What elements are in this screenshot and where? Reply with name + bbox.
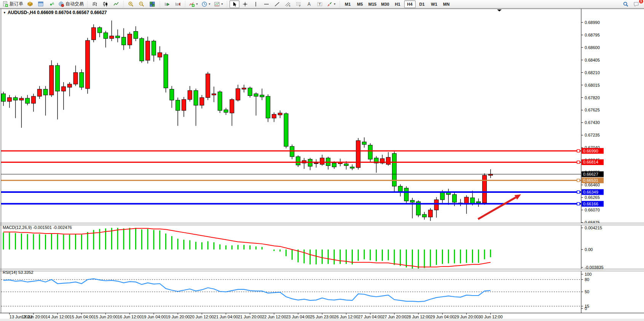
candle-chart-mode-button[interactable] <box>100 0 110 8</box>
rsi-axis-label: 100 <box>585 272 591 277</box>
auto-scroll-button[interactable] <box>162 0 172 8</box>
candle-chart-icon <box>102 1 108 7</box>
candle-body <box>110 36 114 38</box>
resistance-line-1-handle[interactable] <box>577 149 580 152</box>
candle-body <box>32 96 36 103</box>
chat-button[interactable]: 1 <box>631 0 641 8</box>
vertical-line-icon <box>253 1 259 7</box>
candle-body <box>19 98 24 100</box>
auto-scroll-icon <box>164 1 170 7</box>
timeframe-button-m1[interactable]: M1 <box>342 0 354 8</box>
line-chart-mode-button[interactable] <box>111 0 121 8</box>
date-tick-label: 27 Jun 04:00 <box>358 315 383 319</box>
auto-trading-button[interactable]: 自动交易 <box>57 0 85 8</box>
chevron-down-icon[interactable]: ▼ <box>208 3 211 5</box>
price-tick-label: 0.68600 <box>585 45 600 50</box>
candle-body <box>43 89 48 95</box>
chevron-down-icon[interactable]: ▼ <box>221 3 223 5</box>
timeframe-button-h4[interactable]: H4 <box>404 0 416 8</box>
data-window-button[interactable] <box>36 0 46 8</box>
timeframe-button-m15[interactable]: M15 <box>367 0 378 8</box>
signals-button[interactable] <box>46 0 56 8</box>
candle-body <box>37 89 41 97</box>
timeframe-button-m5[interactable]: M5 <box>354 0 366 8</box>
chart-canvas[interactable]: 0.689900.687950.686000.684050.682100.680… <box>0 0 644 321</box>
macd-axis-label: -0.003835 <box>585 265 604 270</box>
horizontal-line-button[interactable] <box>261 0 271 8</box>
date-tick-label: 19 Jun 20:00 <box>166 315 190 319</box>
resistance-line-2-handle[interactable] <box>577 161 580 164</box>
timeframe-button-h1[interactable]: H1 <box>392 0 403 8</box>
vertical-line-button[interactable] <box>251 0 261 8</box>
toolbar-separator <box>226 1 228 7</box>
candle-body <box>422 215 427 217</box>
text-button[interactable]: A <box>304 0 314 8</box>
timeframe-button-d1[interactable]: D1 <box>416 0 428 8</box>
chevron-down-icon[interactable]: ▼ <box>333 3 336 5</box>
candle-body <box>308 159 312 167</box>
bar-chart-mode-button[interactable] <box>90 0 100 8</box>
cursor-button[interactable] <box>230 0 239 8</box>
support-line-2-badge-label: 0.66166 <box>583 202 598 206</box>
crosshair-button[interactable] <box>240 0 250 8</box>
candle-body <box>368 145 372 159</box>
line-chart-icon <box>113 1 119 7</box>
periods-button[interactable]: ▼ <box>200 0 212 8</box>
macd-axis-label: 0.00 <box>585 247 593 252</box>
market-watch-button[interactable] <box>25 0 35 8</box>
candle-body <box>236 89 240 100</box>
chart-shift-button[interactable] <box>173 0 183 8</box>
timeframe-button-w1[interactable]: W1 <box>429 0 440 8</box>
rsi-axis-label: 0 <box>585 306 587 311</box>
candle-body <box>254 94 258 96</box>
new-order-button[interactable]: 新订单 <box>1 0 24 8</box>
candle-body <box>272 114 276 118</box>
chevron-down-icon[interactable]: ▼ <box>196 3 198 5</box>
svg-text:F: F <box>299 5 301 7</box>
candle-body <box>296 157 300 165</box>
chart-collapse-icon[interactable]: ▼ <box>3 11 6 14</box>
candle-body <box>483 175 487 203</box>
timeframe-button-mn[interactable]: MN <box>441 0 452 8</box>
channel-button[interactable]: E <box>283 0 293 8</box>
candle-body <box>170 89 174 100</box>
candle-body <box>182 100 186 111</box>
date-tick-label: 22 Jun 12:00 <box>262 315 286 319</box>
date-tick-label: 26 Jun 12:00 <box>334 315 359 319</box>
support-line-1-handle[interactable] <box>577 191 580 193</box>
zoom-out-button[interactable] <box>137 0 147 8</box>
candle-body <box>332 163 336 167</box>
main-toolbar: 新订单自动交易▼▼▼EFAT▼M1M5M15M30H1H4D1W1MN1 <box>0 0 644 8</box>
arrow-object-icon <box>327 1 333 7</box>
search-button[interactable] <box>621 0 631 8</box>
date-tick-label: 16 Jun 12:00 <box>118 315 142 319</box>
trendline-icon <box>274 1 280 7</box>
rsi-axis-label: 50 <box>585 289 589 294</box>
pivot-line-handle[interactable] <box>577 179 580 182</box>
price-tick-label: 0.67235 <box>585 133 600 137</box>
date-tick-label: 20 Jun 12:00 <box>190 315 214 319</box>
resistance-line-2-badge-label: 0.66814 <box>583 160 598 164</box>
timeframe-button-m30[interactable]: M30 <box>379 0 391 8</box>
arrows-button[interactable]: ▼ <box>325 0 337 8</box>
templates-button[interactable]: ▼ <box>213 0 225 8</box>
date-tick-label: 25 Jun 23:00 <box>310 315 335 319</box>
text-label-button[interactable]: T <box>315 0 325 8</box>
fibonacci-button[interactable]: F <box>293 0 303 8</box>
support-line-2-handle[interactable] <box>577 202 580 205</box>
candle-body <box>122 37 126 45</box>
tile-windows-button[interactable] <box>147 0 157 8</box>
candle-body <box>86 40 90 89</box>
trendline-button[interactable] <box>272 0 282 8</box>
indicators-button[interactable]: ▼ <box>188 0 199 8</box>
zoom-in-button[interactable] <box>126 0 136 8</box>
candle-body <box>453 195 457 202</box>
candle-body <box>140 38 144 61</box>
candle-body <box>67 84 72 87</box>
candle-body <box>73 73 78 84</box>
cursor-icon <box>231 1 238 7</box>
candle-body <box>392 153 397 186</box>
price-tick-label: 0.68795 <box>585 33 600 37</box>
indicators-icon <box>189 1 195 7</box>
resistance-line-1-badge-label: 0.66990 <box>583 149 598 153</box>
